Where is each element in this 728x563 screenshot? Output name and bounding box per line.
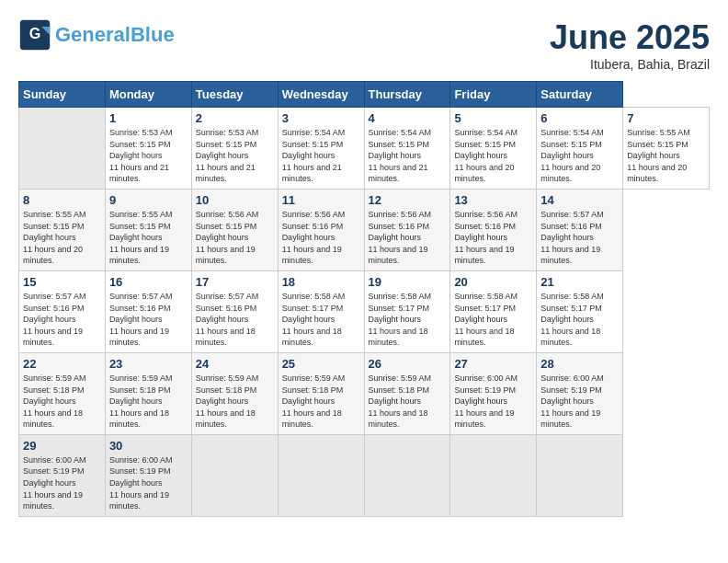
day-number: 14 (540, 193, 619, 207)
day-cell: 24Sunrise: 5:59 AMSunset: 5:18 PMDayligh… (191, 352, 278, 434)
day-cell: 28Sunrise: 6:00 AMSunset: 5:19 PMDayligh… (537, 352, 623, 434)
day-info: Sunrise: 5:57 AMSunset: 5:16 PMDaylight … (23, 291, 101, 349)
day-info: Sunrise: 5:55 AMSunset: 5:15 PMDaylight … (627, 127, 705, 185)
day-info: Sunrise: 5:56 AMSunset: 5:16 PMDaylight … (369, 209, 447, 267)
day-info: Sunrise: 5:54 AMSunset: 5:15 PMDaylight … (369, 127, 447, 185)
day-number: 4 (369, 111, 447, 125)
day-cell: 6Sunrise: 5:54 AMSunset: 5:15 PMDaylight… (537, 108, 623, 190)
day-cell: 17Sunrise: 5:57 AMSunset: 5:16 PMDayligh… (191, 270, 278, 352)
day-cell: 21Sunrise: 5:58 AMSunset: 5:17 PMDayligh… (537, 270, 623, 352)
day-cell: 18Sunrise: 5:58 AMSunset: 5:17 PMDayligh… (278, 270, 364, 352)
svg-text:G: G (29, 25, 41, 41)
day-info: Sunrise: 6:00 AMSunset: 5:19 PMDaylight … (540, 373, 619, 431)
header-monday: Monday (105, 82, 191, 108)
day-info: Sunrise: 5:56 AMSunset: 5:16 PMDaylight … (282, 209, 360, 267)
day-info: Sunrise: 5:59 AMSunset: 5:18 PMDaylight … (282, 373, 360, 431)
header-thursday: Thursday (364, 82, 450, 108)
day-info: Sunrise: 5:58 AMSunset: 5:17 PMDaylight … (369, 291, 447, 349)
day-number: 10 (196, 193, 274, 207)
day-info: Sunrise: 5:59 AMSunset: 5:18 PMDaylight … (369, 373, 447, 431)
day-cell: 16Sunrise: 5:57 AMSunset: 5:16 PMDayligh… (105, 270, 191, 352)
day-cell: 12Sunrise: 5:56 AMSunset: 5:16 PMDayligh… (364, 189, 450, 270)
day-number: 24 (196, 357, 274, 371)
page-header: G GeneralBlue June 2025 Itubera, Bahia, … (18, 18, 710, 72)
day-number: 9 (109, 193, 188, 207)
day-cell: 26Sunrise: 5:59 AMSunset: 5:18 PMDayligh… (364, 352, 450, 434)
day-cell (191, 434, 278, 516)
day-number: 29 (23, 439, 101, 453)
day-cell (537, 434, 623, 516)
day-info: Sunrise: 5:54 AMSunset: 5:15 PMDaylight … (454, 127, 532, 185)
day-info: Sunrise: 5:58 AMSunset: 5:17 PMDaylight … (282, 291, 360, 349)
day-info: Sunrise: 5:53 AMSunset: 5:15 PMDaylight … (109, 127, 188, 185)
day-info: Sunrise: 5:58 AMSunset: 5:17 PMDaylight … (454, 291, 532, 349)
day-info: Sunrise: 5:56 AMSunset: 5:15 PMDaylight … (196, 209, 274, 267)
day-number: 5 (454, 111, 532, 125)
day-number: 26 (369, 357, 447, 371)
day-cell: 11Sunrise: 5:56 AMSunset: 5:16 PMDayligh… (278, 189, 364, 270)
day-info: Sunrise: 5:59 AMSunset: 5:18 PMDaylight … (196, 373, 274, 431)
day-info: Sunrise: 5:57 AMSunset: 5:16 PMDaylight … (109, 291, 188, 349)
day-cell: 14Sunrise: 5:57 AMSunset: 5:16 PMDayligh… (537, 189, 623, 270)
week-row-4: 22Sunrise: 5:59 AMSunset: 5:18 PMDayligh… (19, 352, 710, 434)
day-number: 11 (282, 193, 360, 207)
day-cell: 23Sunrise: 5:59 AMSunset: 5:18 PMDayligh… (105, 352, 191, 434)
day-cell (364, 434, 450, 516)
logo-text: GeneralBlue (55, 24, 175, 46)
week-row-1: 1Sunrise: 5:53 AMSunset: 5:15 PMDaylight… (19, 108, 710, 190)
week-row-5: 29Sunrise: 6:00 AMSunset: 5:19 PMDayligh… (19, 434, 710, 516)
calendar-title: June 2025 (550, 18, 710, 57)
day-cell: 27Sunrise: 6:00 AMSunset: 5:19 PMDayligh… (450, 352, 537, 434)
logo-icon: G (18, 18, 51, 52)
header-row: SundayMondayTuesdayWednesdayThursdayFrid… (19, 82, 710, 108)
day-cell: 9Sunrise: 5:55 AMSunset: 5:15 PMDaylight… (105, 189, 191, 270)
day-number: 1 (109, 111, 188, 125)
day-info: Sunrise: 5:57 AMSunset: 5:16 PMDaylight … (196, 291, 274, 349)
day-number: 6 (540, 111, 619, 125)
day-number: 28 (540, 357, 619, 371)
day-cell: 20Sunrise: 5:58 AMSunset: 5:17 PMDayligh… (450, 270, 537, 352)
day-info: Sunrise: 5:54 AMSunset: 5:15 PMDaylight … (540, 127, 619, 185)
day-cell: 8Sunrise: 5:55 AMSunset: 5:15 PMDaylight… (19, 189, 106, 270)
day-number: 19 (369, 275, 447, 289)
header-tuesday: Tuesday (191, 82, 278, 108)
header-saturday: Saturday (537, 82, 623, 108)
day-number: 18 (282, 275, 360, 289)
day-info: Sunrise: 5:54 AMSunset: 5:15 PMDaylight … (282, 127, 360, 185)
day-info: Sunrise: 5:55 AMSunset: 5:15 PMDaylight … (109, 209, 188, 267)
day-info: Sunrise: 5:59 AMSunset: 5:18 PMDaylight … (23, 373, 101, 431)
day-number: 25 (282, 357, 360, 371)
day-cell (19, 108, 106, 190)
day-cell (450, 434, 537, 516)
logo: G GeneralBlue (18, 18, 175, 52)
day-cell: 30Sunrise: 6:00 AMSunset: 5:19 PMDayligh… (105, 434, 191, 516)
day-cell: 3Sunrise: 5:54 AMSunset: 5:15 PMDaylight… (278, 108, 364, 190)
day-info: Sunrise: 6:00 AMSunset: 5:19 PMDaylight … (454, 373, 532, 431)
day-cell: 5Sunrise: 5:54 AMSunset: 5:15 PMDaylight… (450, 108, 537, 190)
day-cell: 7Sunrise: 5:55 AMSunset: 5:15 PMDaylight… (623, 108, 710, 190)
day-info: Sunrise: 5:53 AMSunset: 5:15 PMDaylight … (196, 127, 274, 185)
day-number: 17 (196, 275, 274, 289)
day-number: 16 (109, 275, 188, 289)
day-info: Sunrise: 5:59 AMSunset: 5:18 PMDaylight … (109, 373, 188, 431)
day-number: 12 (369, 193, 447, 207)
day-cell: 29Sunrise: 6:00 AMSunset: 5:19 PMDayligh… (19, 434, 106, 516)
day-number: 30 (109, 439, 188, 453)
day-number: 21 (540, 275, 619, 289)
day-number: 23 (109, 357, 188, 371)
day-number: 2 (196, 111, 274, 125)
day-number: 15 (23, 275, 101, 289)
day-number: 7 (627, 111, 705, 125)
day-number: 3 (282, 111, 360, 125)
day-info: Sunrise: 5:55 AMSunset: 5:15 PMDaylight … (23, 209, 101, 267)
day-cell: 15Sunrise: 5:57 AMSunset: 5:16 PMDayligh… (19, 270, 106, 352)
header-sunday: Sunday (19, 82, 106, 108)
header-friday: Friday (450, 82, 537, 108)
day-cell: 22Sunrise: 5:59 AMSunset: 5:18 PMDayligh… (19, 352, 106, 434)
day-cell: 10Sunrise: 5:56 AMSunset: 5:15 PMDayligh… (191, 189, 278, 270)
title-area: June 2025 Itubera, Bahia, Brazil (550, 18, 710, 72)
week-row-3: 15Sunrise: 5:57 AMSunset: 5:16 PMDayligh… (19, 270, 710, 352)
day-number: 22 (23, 357, 101, 371)
calendar-subtitle: Itubera, Bahia, Brazil (550, 57, 710, 72)
day-info: Sunrise: 5:58 AMSunset: 5:17 PMDaylight … (540, 291, 619, 349)
